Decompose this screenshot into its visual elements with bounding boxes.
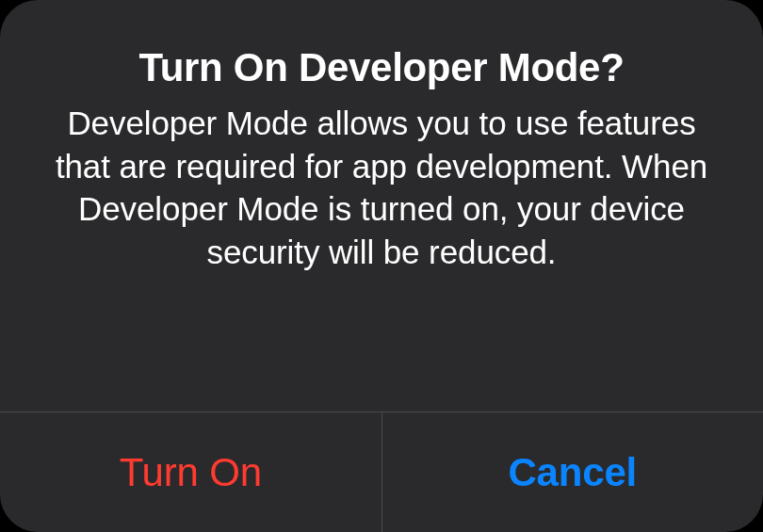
alert-title: Turn On Developer Mode?: [138, 45, 624, 90]
alert-message: Developer Mode allows you to use feature…: [38, 102, 725, 273]
cancel-button[interactable]: Cancel: [382, 412, 764, 532]
developer-mode-alert: Turn On Developer Mode? Developer Mode a…: [0, 0, 763, 532]
turn-on-button[interactable]: Turn On: [0, 412, 382, 532]
alert-button-row: Turn On Cancel: [0, 411, 763, 532]
alert-content: Turn On Developer Mode? Developer Mode a…: [0, 0, 763, 411]
